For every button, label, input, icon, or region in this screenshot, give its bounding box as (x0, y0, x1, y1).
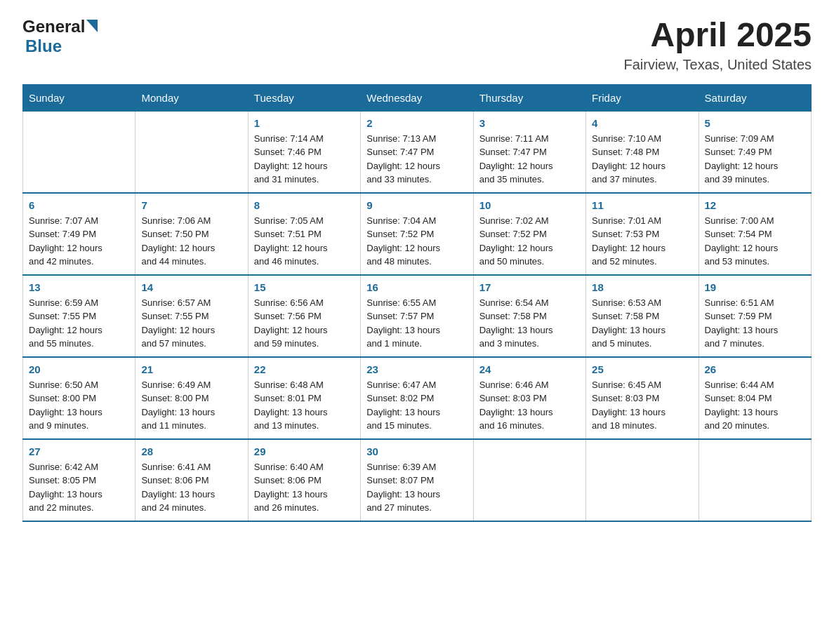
day-number: 8 (254, 199, 355, 211)
day-number: 18 (592, 281, 692, 293)
day-info: Sunrise: 6:50 AMSunset: 8:00 PMDaylight:… (29, 378, 129, 433)
day-info: Sunrise: 7:14 AMSunset: 7:46 PMDaylight:… (254, 132, 355, 187)
calendar-cell: 13Sunrise: 6:59 AMSunset: 7:55 PMDayligh… (23, 275, 135, 357)
calendar-week-1: 1Sunrise: 7:14 AMSunset: 7:46 PMDaylight… (23, 111, 812, 193)
calendar-header: SundayMondayTuesdayWednesdayThursdayFrid… (23, 84, 812, 111)
day-number: 13 (29, 281, 129, 293)
day-number: 21 (141, 363, 241, 375)
calendar-week-4: 20Sunrise: 6:50 AMSunset: 8:00 PMDayligh… (23, 357, 812, 439)
calendar-cell: 11Sunrise: 7:01 AMSunset: 7:53 PMDayligh… (586, 193, 699, 275)
day-number: 16 (366, 281, 467, 293)
day-number: 19 (705, 281, 805, 293)
calendar-cell: 2Sunrise: 7:13 AMSunset: 7:47 PMDaylight… (361, 111, 473, 193)
day-info: Sunrise: 6:41 AMSunset: 8:06 PMDaylight:… (141, 460, 241, 515)
day-info: Sunrise: 6:49 AMSunset: 8:00 PMDaylight:… (141, 378, 241, 433)
calendar-cell: 27Sunrise: 6:42 AMSunset: 8:05 PMDayligh… (23, 439, 135, 521)
header-friday: Friday (586, 84, 699, 111)
day-info: Sunrise: 7:05 AMSunset: 7:51 PMDaylight:… (254, 214, 355, 269)
day-info: Sunrise: 6:40 AMSunset: 8:06 PMDaylight:… (254, 460, 355, 515)
location-title: Fairview, Texas, United States (623, 57, 812, 73)
day-info: Sunrise: 6:57 AMSunset: 7:55 PMDaylight:… (141, 296, 241, 351)
day-number: 6 (29, 199, 129, 211)
day-number: 7 (141, 199, 241, 211)
header-saturday: Saturday (699, 84, 811, 111)
calendar-cell (699, 439, 811, 521)
calendar-cell: 5Sunrise: 7:09 AMSunset: 7:49 PMDaylight… (699, 111, 811, 193)
calendar-cell: 22Sunrise: 6:48 AMSunset: 8:01 PMDayligh… (248, 357, 360, 439)
calendar-cell: 25Sunrise: 6:45 AMSunset: 8:03 PMDayligh… (586, 357, 699, 439)
calendar-cell: 20Sunrise: 6:50 AMSunset: 8:00 PMDayligh… (23, 357, 135, 439)
day-number: 9 (366, 199, 467, 211)
calendar-cell (135, 111, 248, 193)
day-info: Sunrise: 7:01 AMSunset: 7:53 PMDaylight:… (592, 214, 692, 269)
day-info: Sunrise: 7:10 AMSunset: 7:48 PMDaylight:… (592, 132, 692, 187)
calendar-cell: 23Sunrise: 6:47 AMSunset: 8:02 PMDayligh… (361, 357, 473, 439)
day-number: 20 (29, 363, 129, 375)
day-info: Sunrise: 6:44 AMSunset: 8:04 PMDaylight:… (705, 378, 805, 433)
calendar-cell: 15Sunrise: 6:56 AMSunset: 7:56 PMDayligh… (248, 275, 360, 357)
day-info: Sunrise: 6:47 AMSunset: 8:02 PMDaylight:… (366, 378, 467, 433)
calendar-cell: 1Sunrise: 7:14 AMSunset: 7:46 PMDaylight… (248, 111, 360, 193)
calendar-cell: 26Sunrise: 6:44 AMSunset: 8:04 PMDayligh… (699, 357, 811, 439)
header-sunday: Sunday (23, 84, 135, 111)
calendar-cell: 29Sunrise: 6:40 AMSunset: 8:06 PMDayligh… (248, 439, 360, 521)
svg-marker-0 (86, 20, 98, 32)
day-number: 5 (705, 117, 805, 129)
day-number: 14 (141, 281, 241, 293)
day-number: 11 (592, 199, 692, 211)
day-number: 4 (592, 117, 692, 129)
day-info: Sunrise: 6:46 AMSunset: 8:03 PMDaylight:… (479, 378, 580, 433)
day-number: 10 (479, 199, 580, 211)
calendar-cell: 28Sunrise: 6:41 AMSunset: 8:06 PMDayligh… (135, 439, 248, 521)
calendar-body: 1Sunrise: 7:14 AMSunset: 7:46 PMDaylight… (23, 111, 812, 521)
day-number: 30 (366, 445, 467, 457)
day-info: Sunrise: 7:00 AMSunset: 7:54 PMDaylight:… (705, 214, 805, 269)
calendar-cell: 14Sunrise: 6:57 AMSunset: 7:55 PMDayligh… (135, 275, 248, 357)
header-tuesday: Tuesday (248, 84, 360, 111)
calendar-table: SundayMondayTuesdayWednesdayThursdayFrid… (22, 84, 812, 522)
day-info: Sunrise: 6:45 AMSunset: 8:03 PMDaylight:… (592, 378, 692, 433)
day-info: Sunrise: 6:42 AMSunset: 8:05 PMDaylight:… (29, 460, 129, 515)
calendar-week-5: 27Sunrise: 6:42 AMSunset: 8:05 PMDayligh… (23, 439, 812, 521)
day-info: Sunrise: 6:39 AMSunset: 8:07 PMDaylight:… (366, 460, 467, 515)
day-number: 22 (254, 363, 355, 375)
calendar-cell: 7Sunrise: 7:06 AMSunset: 7:50 PMDaylight… (135, 193, 248, 275)
calendar-cell: 18Sunrise: 6:53 AMSunset: 7:58 PMDayligh… (586, 275, 699, 357)
calendar-cell: 30Sunrise: 6:39 AMSunset: 8:07 PMDayligh… (361, 439, 473, 521)
day-number: 24 (479, 363, 580, 375)
day-info: Sunrise: 7:11 AMSunset: 7:47 PMDaylight:… (479, 132, 580, 187)
calendar-cell (473, 439, 585, 521)
day-info: Sunrise: 6:48 AMSunset: 8:01 PMDaylight:… (254, 378, 355, 433)
logo-arrow-icon (86, 20, 98, 35)
header-wednesday: Wednesday (361, 84, 473, 111)
day-number: 28 (141, 445, 241, 457)
calendar-cell: 4Sunrise: 7:10 AMSunset: 7:48 PMDaylight… (586, 111, 699, 193)
day-number: 29 (254, 445, 355, 457)
day-info: Sunrise: 6:51 AMSunset: 7:59 PMDaylight:… (705, 296, 805, 351)
calendar-week-3: 13Sunrise: 6:59 AMSunset: 7:55 PMDayligh… (23, 275, 812, 357)
logo: General Blue (22, 17, 98, 56)
day-info: Sunrise: 6:55 AMSunset: 7:57 PMDaylight:… (366, 296, 467, 351)
calendar-cell: 21Sunrise: 6:49 AMSunset: 8:00 PMDayligh… (135, 357, 248, 439)
day-number: 27 (29, 445, 129, 457)
day-info: Sunrise: 7:02 AMSunset: 7:52 PMDaylight:… (479, 214, 580, 269)
header-thursday: Thursday (473, 84, 585, 111)
page-header: General Blue April 2025 Fairview, Texas,… (22, 17, 812, 73)
day-number: 17 (479, 281, 580, 293)
day-number: 23 (366, 363, 467, 375)
calendar-cell (23, 111, 135, 193)
calendar-cell: 19Sunrise: 6:51 AMSunset: 7:59 PMDayligh… (699, 275, 811, 357)
day-info: Sunrise: 6:53 AMSunset: 7:58 PMDaylight:… (592, 296, 692, 351)
day-info: Sunrise: 7:09 AMSunset: 7:49 PMDaylight:… (705, 132, 805, 187)
day-number: 1 (254, 117, 355, 129)
day-info: Sunrise: 7:04 AMSunset: 7:52 PMDaylight:… (366, 214, 467, 269)
day-info: Sunrise: 7:07 AMSunset: 7:49 PMDaylight:… (29, 214, 129, 269)
calendar-cell: 8Sunrise: 7:05 AMSunset: 7:51 PMDaylight… (248, 193, 360, 275)
day-number: 2 (366, 117, 467, 129)
calendar-cell: 6Sunrise: 7:07 AMSunset: 7:49 PMDaylight… (23, 193, 135, 275)
day-number: 26 (705, 363, 805, 375)
day-info: Sunrise: 6:56 AMSunset: 7:56 PMDaylight:… (254, 296, 355, 351)
day-info: Sunrise: 7:06 AMSunset: 7:50 PMDaylight:… (141, 214, 241, 269)
calendar-cell: 24Sunrise: 6:46 AMSunset: 8:03 PMDayligh… (473, 357, 585, 439)
day-number: 12 (705, 199, 805, 211)
